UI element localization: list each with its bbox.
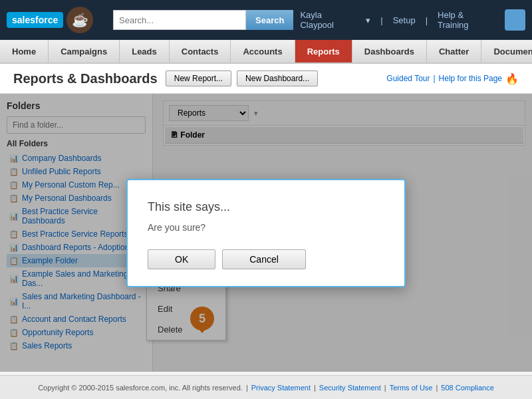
nav-item-dashboards[interactable]: Dashboards [352, 40, 427, 63]
nav-item-campaigns[interactable]: Campaigns [49, 40, 120, 63]
nav-item-accounts[interactable]: Accounts [231, 40, 295, 63]
terms-link[interactable]: Terms of Use [390, 384, 433, 392]
user-name[interactable]: Kayla Claypool [300, 10, 356, 30]
header-right: Kayla Claypool ▾ | Setup | Help & Traini… [300, 9, 525, 31]
setup-link[interactable]: Setup [393, 15, 416, 25]
help-training-link[interactable]: Help & Training [438, 10, 495, 30]
modal-dialog: This site says... Are you sure? OK Cance… [126, 179, 406, 287]
page-header-right: Guided Tour | Help for this Page 🔥 [386, 72, 519, 85]
search-input[interactable] [113, 10, 246, 30]
nav-item-reports[interactable]: Reports [295, 40, 352, 63]
page-header: Reports & Dashboards New Report... New D… [0, 64, 532, 94]
modal-message: Are you sure? [148, 222, 384, 233]
search-area: Search [113, 10, 293, 30]
search-button[interactable]: Search [246, 10, 293, 30]
main-content: Folders All Folders 📊 Company Dashboards… [0, 94, 532, 372]
guided-tour-link[interactable]: Guided Tour [386, 74, 430, 83]
compliance-link[interactable]: 508 Compliance [441, 384, 494, 392]
modal-buttons: OK Cancel [148, 249, 384, 269]
help-page-link[interactable]: Help for this Page [439, 74, 502, 83]
nav-item-contacts[interactable]: Contacts [170, 40, 231, 63]
header: salesforce ☕ Search Kayla Claypool ▾ | S… [0, 0, 532, 40]
security-link[interactable]: Security Statement [319, 384, 381, 392]
page-title: Reports & Dashboards [13, 71, 158, 86]
page-actions: New Report... New Dashboard... [166, 70, 318, 86]
nav: Home Campaigns Leads Contacts Accounts R… [0, 40, 532, 64]
separator: | [433, 74, 435, 83]
modal-cancel-button[interactable]: Cancel [222, 249, 306, 269]
new-report-button[interactable]: New Report... [166, 70, 231, 86]
nav-item-documents[interactable]: Documents [481, 40, 532, 63]
copyright-text: Copyright © 2000-2015 salesforce.com, in… [38, 384, 243, 392]
modal-overlay: This site says... Are you sure? OK Cance… [0, 94, 532, 372]
separator: | [384, 384, 386, 392]
modal-title: This site says... [148, 200, 384, 214]
new-dashboard-button[interactable]: New Dashboard... [237, 70, 318, 86]
nav-item-leads[interactable]: Leads [120, 40, 170, 63]
separator: | [246, 384, 248, 392]
modal-ok-button[interactable]: OK [148, 249, 215, 269]
logo-icon: ☕ [66, 7, 93, 33]
help-icon: 🔥 [505, 72, 519, 85]
nav-item-home[interactable]: Home [0, 40, 49, 63]
logo-area: salesforce ☕ [7, 7, 106, 33]
separator: | [436, 384, 438, 392]
privacy-link[interactable]: Privacy Statement [251, 384, 311, 392]
footer: Copyright © 2000-2015 salesforce.com, in… [0, 375, 532, 399]
nav-item-chatter[interactable]: Chatter [427, 40, 482, 63]
avatar [505, 9, 525, 31]
separator: | [314, 384, 316, 392]
salesforce-logo: salesforce [7, 12, 63, 28]
